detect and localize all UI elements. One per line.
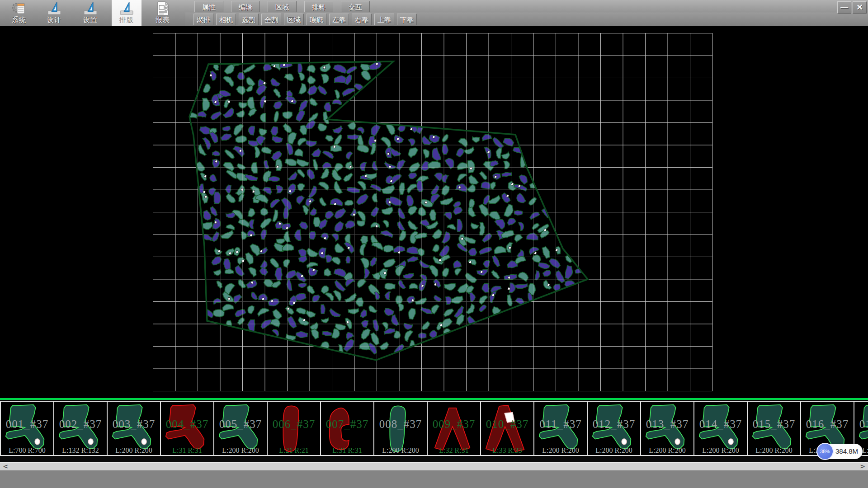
tool-button-7[interactable]: 左靠	[329, 14, 349, 25]
thumbnail-row: 001_#37 L:700 R:700 002_#37 L:132 R:132 …	[0, 401, 868, 456]
horizontal-scrollbar[interactable]: < >	[0, 462, 868, 470]
menu-button-4[interactable]: 排料	[304, 1, 333, 12]
piece-shape	[641, 402, 693, 455]
thumbnail-piece-009_#37[interactable]: 009_#37 L:32 R:31	[428, 402, 481, 455]
memory-value: 384.8M	[835, 447, 858, 455]
menu-button-1[interactable]: 属性	[194, 1, 223, 12]
thumbnail-piece-007_#37[interactable]: 007_#37 L:31 R:31	[321, 402, 374, 455]
main-button-label: 系统	[4, 16, 34, 24]
tool-button-3[interactable]: 选割	[239, 14, 259, 25]
piece-shape	[588, 402, 640, 455]
thumbnail-piece-014_#37[interactable]: 014_#37 L:200 R:200	[694, 402, 748, 455]
thumbnail-piece-015_#37[interactable]: 015_#37 L:200 R:200	[748, 402, 801, 455]
tool-button-4[interactable]: 全割	[261, 14, 281, 25]
close-button[interactable]: ✕	[853, 1, 867, 14]
memory-status-badge: 384.8M 38%	[816, 443, 863, 460]
piece-shape	[374, 402, 427, 455]
report-document-icon	[155, 1, 171, 16]
thumbnail-piece-003_#37[interactable]: 003_#37 L:200 R:200	[108, 402, 161, 455]
thumbnail-piece-012_#37[interactable]: 012_#37 L:200 R:200	[588, 402, 641, 455]
top-toolbar: 系统 设计 设置 排版	[0, 0, 868, 26]
piece-shape	[748, 402, 800, 455]
thumbnail-piece-011_#37[interactable]: 011_#37 L:200 R:200	[534, 402, 588, 455]
piece-shape	[54, 402, 107, 455]
piece-shape	[108, 402, 160, 455]
piece-thumbnail-strip: 001_#37 L:700 R:700 002_#37 L:132 R:132 …	[0, 398, 868, 462]
strip-highlight-line	[0, 398, 868, 400]
piece-shape	[694, 402, 747, 455]
scroll-right-icon[interactable]: >	[858, 463, 867, 471]
main-button-label: 报表	[148, 16, 178, 24]
piece-shape	[428, 402, 480, 455]
menu-button-3[interactable]: 区域	[268, 1, 297, 12]
piece-shape	[268, 402, 320, 455]
progress-percent-circle: 38%	[816, 443, 834, 460]
set-square-icon	[82, 1, 99, 16]
thumbnail-piece-004_#37[interactable]: 004_#37 L:31 R:31	[161, 402, 214, 455]
main-button-design[interactable]: 设计	[39, 0, 69, 26]
main-button-report[interactable]: 报表	[148, 0, 178, 26]
thumbnail-piece-006_#37[interactable]: 006_#37 L:21 R:21	[268, 402, 321, 455]
piece-shape	[161, 402, 213, 455]
main-button-system[interactable]: 系统	[4, 0, 34, 26]
tool-button-5[interactable]: 区域	[284, 14, 304, 25]
nesting-layout-drawing	[0, 26, 868, 398]
thumbnail-piece-005_#37[interactable]: 005_#37 L:200 R:200	[214, 402, 268, 455]
thumbnail-piece-013_#37[interactable]: 013_#37 L:200 R:200	[641, 402, 694, 455]
scroll-left-icon[interactable]: <	[1, 463, 10, 471]
piece-shape	[214, 402, 267, 455]
gear-notepad-icon	[11, 1, 27, 16]
menu-button-5[interactable]: 交互	[341, 1, 370, 12]
piece-shape	[534, 402, 587, 455]
tool-button-8[interactable]: 右靠	[352, 14, 372, 25]
thumbnail-piece-002_#37[interactable]: 002_#37 L:132 R:132	[54, 402, 108, 455]
piece-shape	[481, 402, 533, 455]
tool-button-10[interactable]: 下靠	[397, 14, 417, 25]
piece-shape	[321, 402, 373, 455]
main-button-settings[interactable]: 设置	[75, 0, 105, 26]
thumbnail-piece-001_#37[interactable]: 001_#37 L:700 R:700	[0, 402, 54, 455]
tool-button-2[interactable]: 相机	[216, 14, 236, 25]
main-button-label: 设置	[75, 16, 105, 24]
piece-shape	[1, 402, 53, 455]
set-square-icon	[118, 1, 135, 16]
main-button-label: 设计	[39, 16, 69, 24]
status-bar	[0, 470, 868, 488]
menu-button-2[interactable]: 编辑	[231, 1, 260, 12]
thumbnail-piece-008_#37[interactable]: 008_#37 L:200 R:200	[374, 402, 428, 455]
set-square-icon	[46, 1, 62, 16]
tool-button-1[interactable]: 聚排	[193, 14, 213, 25]
nesting-canvas[interactable]	[0, 26, 868, 398]
tool-button-9[interactable]: 上靠	[374, 14, 394, 25]
main-button-nesting[interactable]: 排版	[112, 0, 142, 26]
tool-button-6[interactable]: 瑕疵	[307, 14, 326, 25]
minimize-button[interactable]: —	[837, 1, 851, 14]
thumbnail-piece-010_#37[interactable]: 010_#37 L:33 R:33	[481, 402, 534, 455]
main-button-label: 排版	[112, 16, 142, 24]
